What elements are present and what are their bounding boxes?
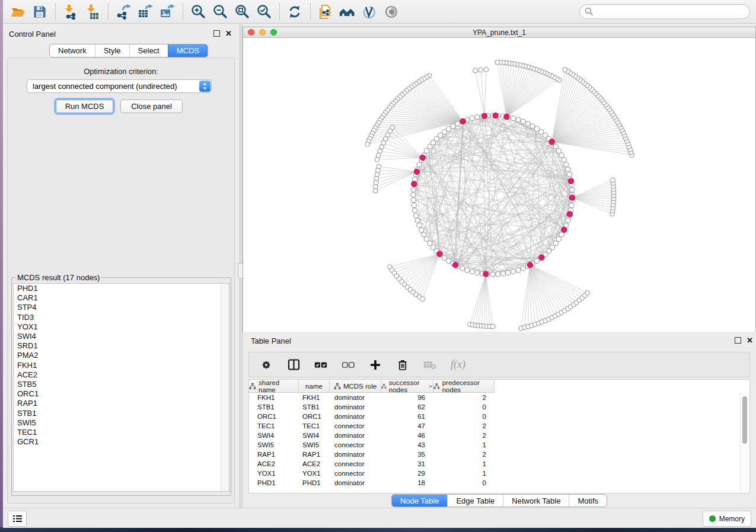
select-all-rows-icon[interactable] — [314, 358, 327, 371]
import-network-from-file-icon[interactable] — [62, 3, 79, 21]
table-row[interactable]: STB1STB1dominator620 — [249, 402, 749, 412]
mcds-result-item[interactable]: ACE2 — [14, 370, 229, 380]
task-history-button[interactable] — [8, 511, 27, 527]
zoom-out-icon[interactable] — [211, 3, 229, 21]
mcds-result-item[interactable]: SRD1 — [14, 341, 229, 351]
table-cell: dominator — [330, 413, 381, 420]
mcds-result-item[interactable]: STB5 — [14, 380, 229, 389]
table-tabs-container: Node TableEdge TableNetwork TableMotifs — [243, 494, 756, 507]
show-hide-icon[interactable] — [382, 3, 400, 21]
table-row[interactable]: FKH1FKH1dominator962 — [249, 393, 749, 402]
tab-select[interactable]: Select — [129, 44, 168, 57]
mcds-result-item[interactable]: TID3 — [14, 313, 229, 322]
tab-network[interactable]: Network — [50, 44, 95, 57]
toolbar-separator — [310, 4, 311, 20]
table-cell: STB1 — [249, 403, 299, 411]
list-scrollbar-track[interactable] — [221, 284, 229, 491]
export-table-icon[interactable] — [136, 3, 154, 21]
table-row[interactable]: PHD1PHD1dominator180 — [249, 478, 749, 488]
tab-node-table[interactable]: Node Table — [392, 495, 448, 507]
table-row[interactable]: TEC1TEC1connector472 — [249, 421, 749, 431]
table-cell: 62 — [381, 403, 433, 411]
tab-network-table[interactable]: Network Table — [503, 495, 569, 507]
node-table[interactable]: shared namenameMCDS rolesuccessor nodesp… — [248, 379, 750, 493]
column-header-name[interactable]: name — [299, 380, 330, 392]
column-header-shared-name[interactable]: shared name — [249, 380, 299, 392]
mcds-result-list[interactable]: PHD1CAR1STP4TID3YOX1SWI4SRD1PMA2FKH1ACE2… — [13, 283, 229, 492]
mcds-result-item[interactable]: FKH1 — [14, 361, 229, 370]
mcds-result-item[interactable]: GCR1 — [14, 437, 229, 447]
close-panel-icon[interactable]: ✕ — [225, 30, 232, 37]
search-input[interactable] — [594, 5, 749, 18]
mcds-result-item[interactable]: SWI4 — [14, 332, 229, 341]
table-row[interactable]: YOX1YOX1connector291 — [249, 469, 749, 478]
show-hide-graphics-details-icon[interactable] — [361, 3, 378, 21]
table-row[interactable]: ORC1ORC1dominator610 — [249, 412, 749, 421]
table-cell: dominator — [330, 432, 381, 439]
save-session-icon[interactable] — [31, 3, 49, 21]
mcds-result-item[interactable]: TEC1 — [14, 428, 229, 437]
table-row[interactable]: SWI4SWI4dominator462 — [249, 431, 749, 440]
tab-mcds[interactable]: MCDS — [168, 44, 208, 57]
mcds-result-item[interactable]: STP4 — [14, 303, 229, 312]
mcds-result-item[interactable]: YOX1 — [14, 322, 229, 332]
first-neighbors-icon[interactable] — [339, 3, 356, 21]
float-table-panel-icon[interactable] — [735, 337, 741, 344]
export-image-icon[interactable] — [158, 3, 176, 21]
close-panel-button[interactable]: Close panel — [120, 100, 183, 113]
mcds-result-item[interactable]: CAR1 — [14, 293, 229, 303]
table-row[interactable]: RAP1RAP1dominator352 — [249, 450, 749, 459]
select-value: largest connected component (undirected) — [33, 82, 177, 91]
float-panel-icon[interactable] — [213, 30, 220, 37]
toolbar-separator — [55, 4, 56, 20]
network-view-window: YPA_prune.txt_1 — [243, 27, 756, 332]
table-scrollbar-thumb[interactable] — [742, 396, 747, 444]
optimization-criterion-select[interactable]: largest connected component (undirected) — [27, 79, 212, 93]
search-box[interactable] — [579, 4, 750, 19]
table-row[interactable]: ACE2ACE2connector311 — [249, 459, 749, 469]
table-cell: 1 — [433, 460, 495, 467]
table-cell: FKH1 — [249, 394, 299, 401]
network-view-titlebar[interactable]: YPA_prune.txt_1 — [243, 27, 755, 38]
table-cell: 2 — [433, 451, 495, 458]
column-header-successor-nodes[interactable]: successor nodes — [381, 380, 433, 392]
create-new-column-icon[interactable] — [369, 358, 382, 371]
mcds-result-item[interactable]: PHD1 — [14, 284, 229, 293]
export-network-icon[interactable] — [114, 3, 132, 21]
mcds-result-item[interactable]: ORC1 — [14, 389, 229, 399]
column-header-predecessor-nodes[interactable]: predecessor nodes — [433, 380, 495, 392]
network-graph[interactable] — [243, 38, 755, 332]
mcds-result-item[interactable]: PMA2 — [14, 351, 229, 360]
table-scrollbar-track[interactable] — [740, 393, 749, 492]
mcds-result-item[interactable]: STB1 — [14, 409, 229, 418]
table-cell: 0 — [433, 479, 495, 486]
run-mcds-button[interactable]: Run MCDS — [56, 100, 113, 113]
main-toolbar — [3, 0, 756, 24]
mcds-result-item[interactable]: RAP1 — [14, 399, 229, 408]
tab-motifs[interactable]: Motifs — [569, 495, 607, 507]
refresh-view-icon[interactable] — [286, 3, 304, 21]
split-table-view-icon[interactable] — [287, 358, 300, 371]
zoom-fit-icon[interactable] — [233, 3, 251, 21]
open-file-icon[interactable] — [9, 3, 27, 21]
memory-button[interactable]: Memory — [703, 511, 751, 527]
deselect-all-rows-icon[interactable] — [342, 358, 355, 371]
table-cell: 2 — [433, 422, 495, 430]
zoom-selected-icon[interactable] — [255, 3, 273, 21]
zoom-in-icon[interactable] — [189, 3, 207, 21]
delete-columns-icon[interactable] — [396, 358, 409, 371]
table-settings-icon[interactable] — [260, 358, 273, 371]
table-cell: RAP1 — [299, 451, 330, 458]
control-panel-tabbar: NetworkStyleSelectMCDS — [49, 44, 208, 57]
close-table-panel-icon[interactable]: ✕ — [747, 337, 753, 344]
clone-network-icon[interactable] — [317, 3, 334, 21]
table-cell: 1 — [433, 441, 495, 448]
import-table-from-file-icon[interactable] — [84, 3, 101, 21]
network-canvas[interactable] — [243, 38, 755, 332]
table-row[interactable]: SWI5SWI5connector431 — [249, 440, 749, 450]
tab-style[interactable]: Style — [95, 44, 129, 57]
column-header-mcds-role[interactable]: MCDS role — [330, 380, 381, 392]
tab-edge-table[interactable]: Edge Table — [447, 495, 503, 507]
table-header-row: shared namenameMCDS rolesuccessor nodesp… — [249, 380, 495, 393]
mcds-result-item[interactable]: SWI5 — [14, 418, 229, 428]
